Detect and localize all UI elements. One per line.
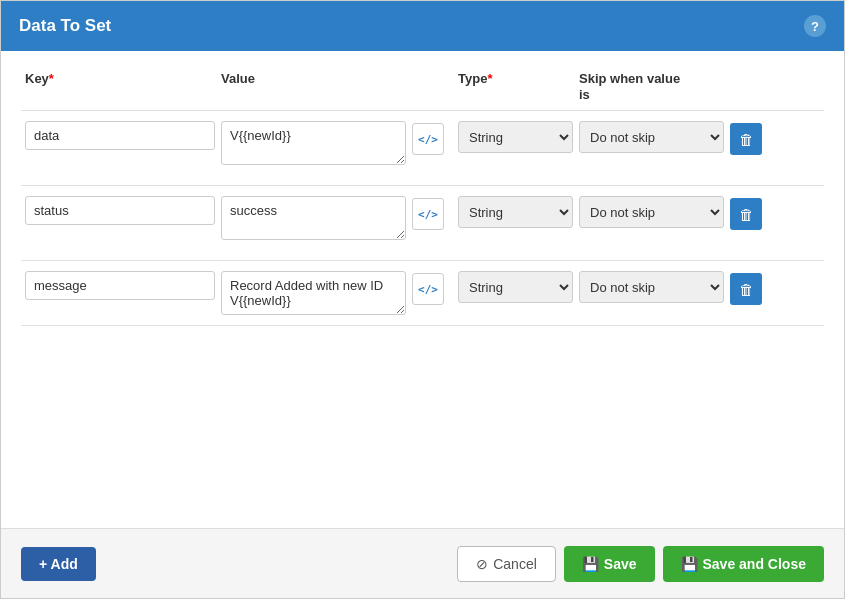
- save-button[interactable]: 💾 Save: [564, 546, 655, 582]
- code-icon-button[interactable]: </>: [412, 273, 444, 305]
- col-key-label: Key*: [25, 71, 215, 102]
- modal-footer: + Add ⊘ Cancel 💾 Save 💾 Save and Close: [1, 528, 844, 598]
- skip-select[interactable]: Do not skipIf emptyIf nullIf zero: [579, 121, 724, 153]
- add-label: + Add: [39, 556, 78, 572]
- delete-button[interactable]: 🗑: [730, 123, 762, 155]
- table-row: </>StringIntegerBooleanArrayObjectDo not…: [21, 260, 824, 326]
- cancel-button[interactable]: ⊘ Cancel: [457, 546, 556, 582]
- col-code-label: [412, 71, 452, 102]
- footer-right: ⊘ Cancel 💾 Save 💾 Save and Close: [457, 546, 824, 582]
- table-header: Key* Value Type* Skip when value is: [21, 71, 824, 102]
- cancel-icon: ⊘: [476, 556, 488, 572]
- value-input[interactable]: [221, 196, 406, 240]
- skip-select[interactable]: Do not skipIf emptyIf nullIf zero: [579, 196, 724, 228]
- table-row: </>StringIntegerBooleanArrayObjectDo not…: [21, 110, 824, 175]
- code-icon-button[interactable]: </>: [412, 123, 444, 155]
- value-input[interactable]: [221, 121, 406, 165]
- type-select[interactable]: StringIntegerBooleanArrayObject: [458, 196, 573, 228]
- cancel-label: Cancel: [493, 556, 537, 572]
- rows-container: </>StringIntegerBooleanArrayObjectDo not…: [21, 110, 824, 326]
- add-button[interactable]: + Add: [21, 547, 96, 581]
- save-close-icon: 💾: [681, 556, 698, 572]
- help-icon[interactable]: ?: [804, 15, 826, 37]
- value-input[interactable]: [221, 271, 406, 315]
- table-row: </>StringIntegerBooleanArrayObjectDo not…: [21, 185, 824, 250]
- type-select[interactable]: StringIntegerBooleanArrayObject: [458, 271, 573, 303]
- col-skip-label: Skip when value is: [579, 71, 724, 102]
- key-input[interactable]: [25, 271, 215, 300]
- modal-body: Key* Value Type* Skip when value is </>S…: [1, 51, 844, 528]
- col-delete-label: [730, 71, 770, 102]
- save-icon: 💾: [582, 556, 599, 572]
- modal-container: Data To Set ? Key* Value Type* Skip when…: [0, 0, 845, 599]
- delete-button[interactable]: 🗑: [730, 273, 762, 305]
- code-icon-button[interactable]: </>: [412, 198, 444, 230]
- save-close-label: Save and Close: [703, 556, 807, 572]
- save-close-button[interactable]: 💾 Save and Close: [663, 546, 825, 582]
- delete-button[interactable]: 🗑: [730, 198, 762, 230]
- footer-left: + Add: [21, 547, 96, 581]
- skip-select[interactable]: Do not skipIf emptyIf nullIf zero: [579, 271, 724, 303]
- type-select[interactable]: StringIntegerBooleanArrayObject: [458, 121, 573, 153]
- col-value-label: Value: [221, 71, 406, 102]
- col-type-label: Type*: [458, 71, 573, 102]
- save-label: Save: [604, 556, 637, 572]
- key-input[interactable]: [25, 196, 215, 225]
- key-input[interactable]: [25, 121, 215, 150]
- modal-title: Data To Set: [19, 16, 111, 36]
- modal-header: Data To Set ?: [1, 1, 844, 51]
